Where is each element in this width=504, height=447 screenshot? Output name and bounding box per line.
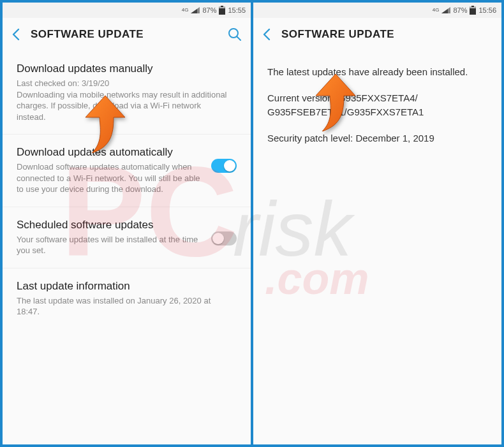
update-info-panel: The latest updates have already been ins… xyxy=(253,51,501,444)
battery-percent: 87% xyxy=(202,6,216,14)
app-bar: SOFTWARE UPDATE xyxy=(3,18,251,51)
clock: 15:55 xyxy=(228,6,246,14)
battery-percent: 87% xyxy=(453,6,467,14)
setting-desc: Your software updates will be installed … xyxy=(17,234,205,256)
page-title: SOFTWARE UPDATE xyxy=(31,28,218,41)
setting-title: Last update information xyxy=(17,280,230,293)
setting-last-update-info[interactable]: Last update information The last update … xyxy=(3,268,251,329)
svg-rect-7 xyxy=(470,8,476,15)
network-type: 4G xyxy=(433,8,440,13)
settings-list: Download updates manually Last checked o… xyxy=(3,51,251,444)
setting-title: Download updates automatically xyxy=(17,146,205,159)
status-bar: 4G 87% 15:56 xyxy=(253,3,501,18)
svg-rect-2 xyxy=(219,8,225,15)
version-value-2: G935FSEB7ETA1/G935FXXS7ETA1 xyxy=(267,106,424,117)
version-label: Current version: xyxy=(267,92,336,103)
setting-title: Scheduled software updates xyxy=(17,219,205,231)
setting-download-auto[interactable]: Download updates automatically Download … xyxy=(3,135,251,207)
setting-desc: Download software updates automatically … xyxy=(17,161,205,195)
version-value-1: G935FXXS7ETA4/ xyxy=(338,92,418,103)
battery-icon xyxy=(470,6,476,15)
app-bar: SOFTWARE UPDATE xyxy=(253,18,501,51)
page-title: SOFTWARE UPDATE xyxy=(281,28,493,41)
phone-right: 4G 87% 15:56 SOFTWARE UPDATE The latest … xyxy=(253,3,501,444)
svg-rect-0 xyxy=(221,6,223,7)
battery-icon xyxy=(219,6,225,15)
phone-left: 4G 87% 15:55 SOFTWARE UPDATE xyxy=(3,3,251,444)
svg-line-4 xyxy=(237,37,241,41)
setting-scheduled[interactable]: Scheduled software updates Your software… xyxy=(3,207,251,268)
setting-desc-line1: Last checked on: 3/19/20 xyxy=(17,78,230,89)
signal-icon xyxy=(441,7,450,13)
setting-title: Download updates manually xyxy=(17,62,230,75)
setting-download-manually[interactable]: Download updates manually Last checked o… xyxy=(3,51,251,135)
version-block: Current version: G935FXXS7ETA4/ G935FSEB… xyxy=(267,91,487,120)
status-bar: 4G 87% 15:55 xyxy=(3,3,251,18)
toggle-auto-update[interactable] xyxy=(211,159,237,173)
signal-icon xyxy=(191,7,200,13)
back-button[interactable] xyxy=(262,28,271,41)
svg-rect-5 xyxy=(471,6,474,7)
security-patch: Security patch level: December 1, 2019 xyxy=(267,131,487,146)
setting-desc-line2: Downloading via mobile networks may resu… xyxy=(17,89,230,123)
update-message: The latest updates have already been ins… xyxy=(267,65,487,80)
back-button[interactable] xyxy=(11,28,20,41)
toggle-scheduled-update[interactable] xyxy=(211,231,237,245)
setting-desc: The last update was installed on January… xyxy=(17,295,230,318)
network-type: 4G xyxy=(182,8,189,13)
clock: 15:56 xyxy=(478,6,496,14)
search-button[interactable] xyxy=(228,27,242,41)
